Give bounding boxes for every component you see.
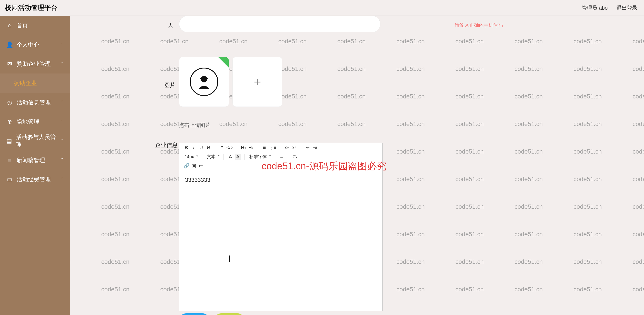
underline-button[interactable]: U bbox=[198, 145, 204, 151]
outdent-button[interactable]: ⇥ bbox=[312, 145, 318, 151]
user-icon: 👤 bbox=[6, 41, 13, 48]
rich-editor: B I U S ❝ </> H₁ H₂ ≡ ⋮≡ x₂ bbox=[179, 143, 383, 311]
app-title: 校园活动管理平台 bbox=[5, 3, 57, 12]
sidebar-item-label: 新闻稿管理 bbox=[17, 156, 45, 164]
globe-icon: ⊕ bbox=[6, 119, 13, 125]
italic-button[interactable]: I bbox=[191, 145, 197, 151]
quote-button[interactable]: ❝ bbox=[219, 145, 225, 151]
submit-button[interactable]: 提交 bbox=[179, 313, 210, 315]
chevron-down-icon: ˅ bbox=[61, 138, 63, 143]
editor-body[interactable]: 33333333 bbox=[179, 171, 382, 311]
sidebar-item-label: 活动经费管理 bbox=[17, 176, 51, 183]
sidebar-item-label: 赞助企业管理 bbox=[17, 60, 51, 68]
link-button[interactable]: 🔗 bbox=[183, 163, 189, 169]
video-button[interactable]: ▭ bbox=[198, 163, 204, 169]
success-corner-icon bbox=[218, 57, 229, 68]
person-label: 人 bbox=[168, 22, 173, 29]
sidebar-item-home[interactable]: ⌂ 首页 bbox=[0, 16, 70, 35]
image-label: 图片 bbox=[164, 81, 176, 89]
clear-format-button[interactable]: Tₓ bbox=[292, 154, 298, 160]
chevron-down-icon: ˅ bbox=[61, 177, 63, 182]
home-icon: ⌂ bbox=[6, 22, 13, 28]
logout-link[interactable]: 退出登录 bbox=[616, 4, 638, 11]
mail-icon: ✉ bbox=[6, 61, 13, 67]
sidebar-item-label: 场地管理 bbox=[17, 118, 40, 126]
sidebar-subitem-label: 赞助企业 bbox=[14, 79, 37, 87]
bg-color-button[interactable]: A bbox=[235, 154, 241, 160]
h1-button[interactable]: H₁ bbox=[240, 145, 247, 151]
person-input[interactable] bbox=[179, 16, 380, 32]
clock-icon: ◷ bbox=[6, 99, 13, 105]
chevron-down-icon: ˅ bbox=[61, 42, 63, 47]
upload-hint: 点击上传图片 bbox=[179, 122, 210, 129]
wallet-icon: 🗀 bbox=[6, 176, 13, 182]
align-button[interactable]: ≡ bbox=[278, 154, 284, 160]
cancel-button[interactable]: 取消 bbox=[214, 313, 245, 315]
text-color-button[interactable]: A bbox=[227, 154, 233, 160]
code-button[interactable]: </> bbox=[226, 145, 233, 151]
subscript-button[interactable]: x₂ bbox=[284, 145, 290, 151]
font-size-select[interactable]: 14px bbox=[183, 154, 198, 160]
sidebar-item-participants[interactable]: ▤ 活动参与人员管理 ˅ bbox=[0, 131, 70, 150]
sidebar: ⌂ 首页 👤 个人中心 ˅ ✉ 赞助企业管理 ˅ 赞助企业 ◷ 活动信息管理 ˅… bbox=[0, 16, 70, 315]
sidebar-item-news[interactable]: ≡ 新闻稿管理 ˅ bbox=[0, 150, 70, 170]
plus-icon: + bbox=[254, 75, 261, 89]
sidebar-item-label: 活动信息管理 bbox=[17, 99, 51, 106]
bold-button[interactable]: B bbox=[183, 145, 189, 151]
sidebar-item-profile[interactable]: 👤 个人中心 ˅ bbox=[0, 35, 70, 54]
uploaded-image-card[interactable] bbox=[179, 57, 229, 107]
svg-rect-1 bbox=[200, 78, 208, 79]
sidebar-subitem-sponsor[interactable]: 赞助企业 bbox=[0, 73, 70, 93]
upload-add-card[interactable]: + bbox=[232, 57, 282, 107]
format-select[interactable]: 文本 bbox=[206, 153, 220, 160]
indent-button[interactable]: ⇤ bbox=[304, 145, 310, 151]
unordered-list-button[interactable]: ⋮≡ bbox=[269, 145, 276, 151]
image-button[interactable]: ▣ bbox=[191, 163, 197, 169]
text-cursor-icon bbox=[230, 256, 230, 262]
sidebar-item-label: 首页 bbox=[17, 22, 28, 29]
svg-point-0 bbox=[201, 76, 207, 82]
sidebar-item-venue[interactable]: ⊕ 场地管理 ˅ bbox=[0, 112, 70, 131]
chevron-down-icon: ˅ bbox=[61, 119, 63, 124]
editor-toolbar: B I U S ❝ </> H₁ H₂ ≡ ⋮≡ x₂ bbox=[179, 143, 382, 171]
top-header: 校园活动管理平台 管理员 abo 退出登录 bbox=[0, 0, 644, 16]
admin-link[interactable]: 管理员 abo bbox=[582, 4, 608, 11]
sidebar-item-funds[interactable]: 🗀 活动经费管理 ˅ bbox=[0, 170, 70, 189]
h2-button[interactable]: H₂ bbox=[248, 145, 254, 151]
avatar-icon bbox=[190, 68, 218, 96]
list-icon: ▤ bbox=[6, 138, 12, 144]
superscript-button[interactable]: x² bbox=[291, 145, 297, 151]
sidebar-item-activity-info[interactable]: ◷ 活动信息管理 ˅ bbox=[0, 93, 70, 112]
font-family-select[interactable]: 标准字体 bbox=[248, 153, 271, 160]
chevron-down-icon: ˅ bbox=[61, 158, 63, 163]
phone-error-text: 请输入正确的手机号码 bbox=[455, 22, 503, 28]
info-label: 企业信息 bbox=[155, 141, 178, 149]
main-content: 人 请输入正确的手机号码 图片 + 点击上传图片 企业信息 B I U S bbox=[70, 16, 644, 315]
menu-icon: ≡ bbox=[6, 157, 13, 163]
chevron-down-icon: ˅ bbox=[61, 100, 63, 105]
chevron-down-icon: ˅ bbox=[61, 61, 63, 66]
sidebar-item-label: 个人中心 bbox=[17, 41, 40, 48]
sidebar-item-label: 活动参与人员管理 bbox=[16, 133, 57, 149]
ordered-list-button[interactable]: ≡ bbox=[261, 145, 268, 151]
strike-button[interactable]: S bbox=[206, 145, 212, 151]
sidebar-item-sponsor[interactable]: ✉ 赞助企业管理 ˅ bbox=[0, 54, 70, 73]
